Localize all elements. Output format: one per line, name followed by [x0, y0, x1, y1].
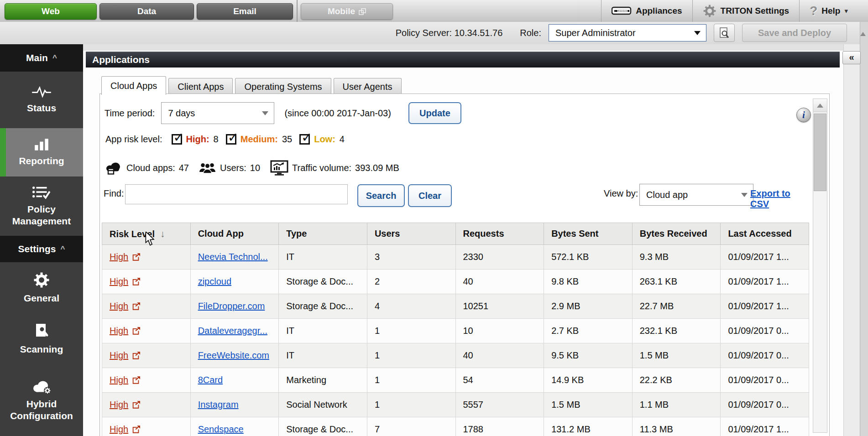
users-cell: 1	[367, 319, 455, 343]
risk-level-link[interactable]: High	[110, 301, 141, 311]
scrollbar-thumb[interactable]	[814, 114, 826, 191]
sidebar-item-status[interactable]: Status	[0, 72, 83, 128]
column-header[interactable]: Bytes Sent	[544, 223, 633, 245]
risk-level-link[interactable]: High	[110, 252, 141, 262]
find-input[interactable]	[125, 184, 348, 204]
pulse-icon	[31, 86, 52, 98]
scroll-up-button[interactable]	[813, 99, 827, 112]
risk-level-filter[interactable]: High: 8	[172, 134, 219, 145]
sidebar-item-label: Status	[22, 102, 61, 114]
cloud-app-link[interactable]: Sendspace	[198, 424, 244, 434]
cloud-app-link[interactable]: Neevia Technol...	[198, 252, 268, 262]
risk-level-text: High	[110, 400, 128, 410]
column-header[interactable]: Requests	[455, 223, 544, 245]
tab[interactable]: Client Apps	[168, 78, 233, 95]
export-to-csv-link[interactable]: Export to CSV	[750, 188, 811, 209]
risk-level-text: High	[110, 424, 128, 435]
tab[interactable]: User Agents	[334, 78, 402, 95]
risk-level-text: High	[110, 301, 128, 311]
view-pending-changes-button[interactable]	[714, 24, 735, 42]
chevron-down-icon	[262, 111, 268, 115]
bytes-received-cell: 11.3 MB	[632, 417, 721, 436]
traffic-volume-stat: Traffic volume: 393.09 MB	[270, 160, 399, 176]
time-period-dropdown[interactable]: 7 days	[161, 102, 274, 124]
external-link-icon	[131, 376, 141, 384]
risk-level-text: High	[110, 350, 128, 361]
requests-cell: 5557	[455, 393, 544, 417]
bytes-sent-cell: 2.7 KB	[544, 319, 633, 343]
chevron-down-icon	[741, 193, 748, 197]
sidebar-item-hybrid-configuration[interactable]: Hybrid Configuration	[0, 364, 83, 436]
type-cell: Social Network	[279, 393, 367, 417]
appliances-button[interactable]: Appliances	[601, 0, 692, 22]
checkbox-icon[interactable]	[226, 134, 236, 145]
risk-level-filter[interactable]: Low: 4	[299, 134, 345, 145]
external-link-icon	[131, 425, 141, 434]
sidebar-item-policy-management[interactable]: Policy Management	[0, 176, 83, 236]
last-accessed-cell: 01/09/2017 0...	[721, 319, 809, 343]
risk-level-link[interactable]: High	[110, 350, 141, 361]
save-and-deploy-button[interactable]: Save and Deploy	[742, 24, 847, 42]
users-cell: 2	[367, 270, 455, 294]
cloud-app-link[interactable]: Dataleveragegr...	[198, 326, 267, 336]
column-header[interactable]: Bytes Received	[632, 223, 721, 245]
risk-level-filter[interactable]: Medium: 35	[226, 134, 292, 145]
sidebar-item-scanning[interactable]: Scanning	[0, 313, 83, 364]
traffic-monitor-icon	[270, 160, 288, 176]
risk-level-link[interactable]: High	[110, 400, 141, 410]
tab[interactable]: Cloud Apps	[101, 76, 166, 95]
utility-buttons: Appliances TRITON Settings ? Help	[601, 0, 858, 22]
clear-button[interactable]: Clear	[408, 184, 452, 207]
time-period-label: Time period:	[105, 108, 155, 119]
checkbox-icon[interactable]	[172, 134, 182, 145]
bytes-received-cell: 1.1 MB	[632, 393, 721, 417]
cloud-app-link[interactable]: 8Card	[198, 375, 223, 385]
sidebar-section-settings[interactable]: Settings ^	[0, 236, 83, 262]
table-row: High zipcloud Storage & Doc... 2 40 9.8 …	[102, 270, 809, 294]
sidebar-item-label: General	[19, 292, 64, 304]
update-button[interactable]: Update	[408, 102, 461, 124]
column-header[interactable]: Type	[279, 223, 367, 245]
product-tab[interactable]: Data	[99, 3, 194, 20]
role-dropdown[interactable]: Super Administrator	[549, 24, 706, 42]
cloud-app-link[interactable]: FileDropper.com	[198, 301, 265, 311]
checkbox-icon[interactable]	[299, 134, 310, 145]
risk-level-link[interactable]: High	[110, 424, 141, 435]
sidebar-item-reporting[interactable]: Reporting	[0, 128, 83, 176]
column-header-label: Last Accessed	[728, 228, 791, 239]
bytes-received-cell: 1.5 MB	[632, 343, 721, 368]
risk-level-link[interactable]: High	[110, 276, 141, 287]
risk-level-link[interactable]: High	[110, 326, 141, 336]
cloud-app-link[interactable]: zipcloud	[198, 276, 231, 286]
sidebar-item-general[interactable]: General	[0, 262, 83, 313]
type-cell: Storage & Doc...	[279, 270, 367, 294]
arrow-up-icon	[817, 104, 823, 108]
page-scrollbar[interactable]	[860, 22, 868, 436]
triton-settings-button[interactable]: TRITON Settings	[692, 0, 800, 22]
product-tab[interactable]: Web	[5, 3, 97, 20]
cloud-app-link[interactable]: FreeWebsite.com	[198, 350, 269, 360]
external-link-icon	[131, 327, 141, 335]
users-cell: 1	[367, 393, 455, 417]
product-tab[interactable]: Mobile	[301, 3, 393, 20]
panel-scrollbar[interactable]	[813, 99, 827, 433]
search-button[interactable]: Search	[357, 184, 405, 207]
help-button[interactable]: ? Help ▾	[799, 0, 858, 22]
column-header[interactable]: Last Accessed	[721, 223, 809, 245]
info-icon[interactable]: i	[796, 108, 811, 122]
main-section-label: Main	[26, 52, 48, 63]
column-header[interactable]: Users	[367, 223, 455, 245]
type-cell: Storage & Doc...	[279, 417, 367, 436]
column-header[interactable]: Risk Level↓	[102, 223, 191, 245]
cloud-app-link[interactable]: Instagram	[198, 400, 239, 410]
collapse-pane-button[interactable]: «	[842, 51, 861, 64]
tab[interactable]: Operating Systems	[235, 78, 331, 95]
sidebar-section-main[interactable]: Main ^	[0, 44, 83, 72]
product-tab[interactable]: Email	[197, 3, 293, 20]
product-separator	[297, 0, 298, 22]
column-header-label: Bytes Received	[640, 228, 707, 239]
column-header[interactable]: Cloud App	[190, 223, 279, 245]
view-by-dropdown[interactable]: Cloud app	[639, 184, 753, 206]
risk-level-link[interactable]: High	[110, 375, 141, 385]
appliance-icon	[612, 6, 632, 16]
